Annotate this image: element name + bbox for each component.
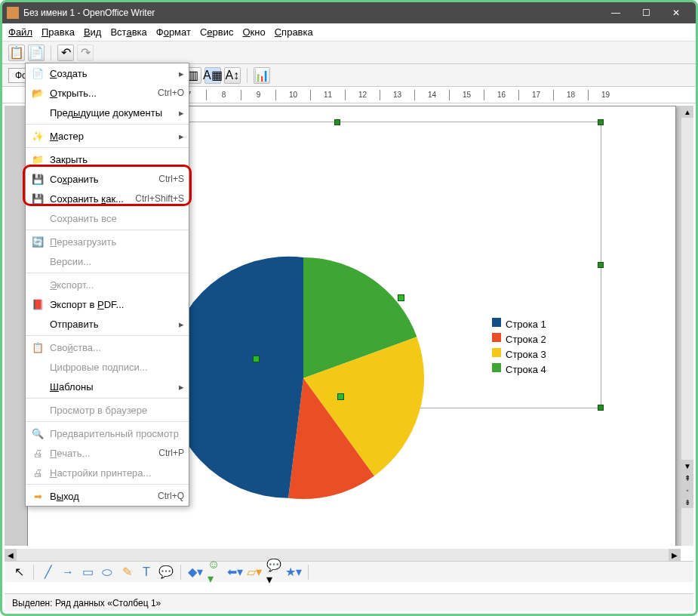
menu-item-open[interactable]: 📂Открыть...Ctrl+O (26, 83, 189, 103)
close-button[interactable]: ✕ (661, 4, 691, 22)
drawing-toolbar: ↖ ╱ → ▭ ⬭ ✎ T 💬 ◆▾ ☺▾ ⬅▾ ▱▾ 💬▾ ★▾ (5, 561, 693, 582)
scroll-right-icon[interactable]: ▶ (669, 549, 681, 561)
page-down-icon[interactable]: ⇟ (681, 496, 693, 508)
app-icon (7, 7, 19, 19)
line-icon[interactable]: ╱ (40, 564, 57, 581)
arrow-icon[interactable]: → (60, 564, 76, 581)
menu-file[interactable]: Файл (8, 26, 32, 38)
print-preview-icon: 🔍 (30, 427, 45, 440)
redo-icon[interactable]: ↷ (77, 45, 94, 61)
menu-view[interactable]: Вид (84, 26, 102, 38)
menu-item-print: 🖨Печать...Ctrl+P (26, 443, 189, 463)
copy-icon[interactable]: 📋 (8, 45, 25, 61)
window-title: Без имени 1 - OpenOffice Writer (23, 8, 155, 18)
menu-item-properties: 📋Свойства... (26, 337, 189, 357)
page-up-icon[interactable]: ⇞ (681, 472, 693, 484)
status-bar: Выделен: Ряд данных «Столбец 1» (5, 593, 693, 611)
menu-item-save[interactable]: 💾СохранитьCtrl+S (26, 169, 189, 189)
save-icon: 💾 (30, 172, 45, 186)
legend-item-1[interactable]: Строка 1 (492, 318, 546, 330)
chart-layout-icon[interactable]: 📊 (254, 67, 270, 84)
menu-item-export: Экспорт... (26, 275, 189, 294)
symbol-shapes-icon[interactable]: ☺▾ (207, 564, 223, 581)
vertical-scrollbar[interactable]: ▲ ▼ ⇞ ◦ ⇟ (681, 106, 693, 546)
menu-item-print-preview: 🔍Предварительный просмотр (26, 424, 189, 443)
callout-icon[interactable]: 💬 (158, 564, 174, 581)
standard-toolbar: 📋 📄 ↶ ↷ (2, 42, 696, 64)
pdf-icon: 📕 (30, 297, 45, 311)
menu-window[interactable]: Окно (242, 26, 265, 38)
data-point-handle-4[interactable] (398, 294, 404, 301)
menu-item-send[interactable]: Отправить▸ (26, 314, 189, 334)
menu-item-templates[interactable]: Шаблоны▸ (26, 377, 189, 396)
title-bar: Без имени 1 - OpenOffice Writer — ☐ ✕ (2, 2, 696, 23)
block-arrows-icon[interactable]: ⬅▾ (226, 564, 243, 581)
data-point-handle-2[interactable] (337, 393, 344, 400)
horizontal-scrollbar[interactable]: ◀ ▶ (5, 549, 681, 561)
menu-item-wizard[interactable]: ✨Мастер▸ (26, 126, 189, 146)
menu-item-reload: 🔄Перезагрузить (26, 232, 189, 251)
folder-open-icon: 📂 (30, 86, 45, 100)
menu-item-versions: Версии... (26, 251, 189, 271)
menu-insert[interactable]: Вставка (110, 26, 146, 38)
menu-bar: Файл Правка Вид Вставка Формат Сервис Ок… (2, 23, 696, 42)
status-text: Выделен: Ряд данных «Столбец 1» (12, 598, 161, 608)
ellipse-icon[interactable]: ⬭ (99, 564, 115, 581)
menu-item-save-as[interactable]: 💾Сохранить как...Ctrl+Shift+S (26, 189, 189, 208)
scale-text-icon[interactable]: A↕ (224, 67, 241, 84)
legend-item-4[interactable]: Строка 4 (492, 363, 546, 375)
legend-item-3[interactable]: Строка 3 (492, 348, 546, 360)
wizard-icon: ✨ (30, 129, 45, 143)
paste-icon[interactable]: 📄 (28, 45, 45, 61)
file-menu-dropdown: 📄Создать▸ 📂Открыть...Ctrl+O Предыдущие д… (25, 63, 189, 507)
menu-item-printer-settings: 🖨Настройки принтера... (26, 463, 189, 482)
rect-icon[interactable]: ▭ (79, 564, 96, 581)
pie-chart[interactable] (179, 254, 428, 503)
print-icon: 🖨 (30, 446, 45, 460)
menu-item-create[interactable]: 📄Создать▸ (26, 63, 189, 83)
close-doc-icon: 📁 (30, 152, 45, 166)
menu-tools[interactable]: Сервис (200, 26, 234, 38)
pointer-icon[interactable]: ↖ (11, 564, 27, 581)
freeform-icon[interactable]: ✎ (118, 564, 135, 581)
minimize-button[interactable]: — (601, 4, 631, 22)
data-point-handle-1[interactable] (253, 356, 260, 362)
reload-icon: 🔄 (30, 235, 45, 248)
menu-item-preview-browser: Просмотр в браузере (26, 400, 189, 420)
printer-settings-icon: 🖨 (30, 466, 45, 479)
chart-legend[interactable]: Строка 1 Строка 2 Строка 3 Строка 4 (492, 318, 546, 378)
stars-icon[interactable]: ★▾ (285, 564, 302, 581)
menu-item-export-pdf[interactable]: 📕Экспорт в PDF... (26, 294, 189, 314)
save-as-icon: 💾 (30, 192, 45, 205)
maximize-button[interactable]: ☐ (631, 4, 661, 22)
exit-icon: ➡ (30, 489, 45, 503)
basic-shapes-icon[interactable]: ◆▾ (187, 564, 204, 581)
menu-item-signatures: Цифровые подписи... (26, 357, 189, 377)
menu-item-exit[interactable]: ➡ВыходCtrl+Q (26, 486, 189, 506)
menu-edit[interactable]: Правка (42, 26, 75, 38)
flowchart-icon[interactable]: ▱▾ (246, 564, 263, 581)
menu-item-save-all: Сохранить все (26, 208, 189, 228)
properties-icon: 📋 (30, 340, 45, 354)
page-nav-icon[interactable]: ◦ (681, 484, 693, 496)
menu-format[interactable]: Формат (156, 26, 191, 38)
menu-item-close[interactable]: 📁Закрыть (26, 149, 189, 169)
menu-item-recent[interactable]: Предыдущие документы▸ (26, 103, 189, 122)
scroll-left-icon[interactable]: ◀ (5, 549, 17, 561)
legend-item-2[interactable]: Строка 2 (492, 333, 546, 345)
scroll-up-icon[interactable]: ▲ (681, 106, 693, 118)
menu-help[interactable]: Справка (275, 26, 313, 38)
legend-icon[interactable]: A▦ (204, 67, 221, 84)
undo-icon[interactable]: ↶ (57, 45, 74, 61)
scroll-down-icon[interactable]: ▼ (681, 460, 693, 472)
new-doc-icon: 📄 (30, 66, 45, 80)
text-icon[interactable]: T (138, 564, 155, 581)
callouts-icon[interactable]: 💬▾ (266, 564, 282, 581)
